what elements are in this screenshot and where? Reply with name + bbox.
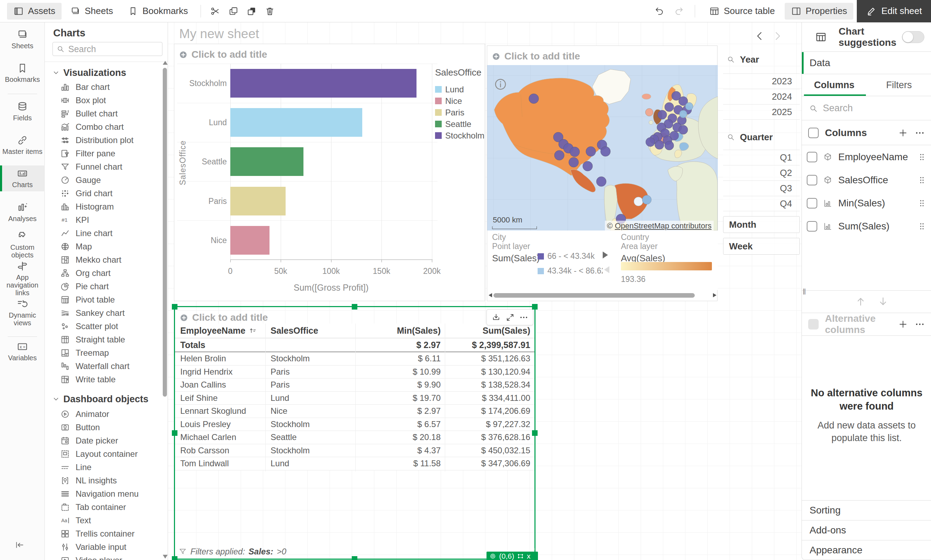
fullscreen-icon[interactable]	[506, 313, 515, 322]
legend-prev-icon[interactable]	[604, 266, 609, 273]
asset-item-funnel-chart[interactable]: Funnel chart	[45, 160, 160, 174]
asset-item-video-player[interactable]: Video player	[45, 554, 160, 560]
property-column-employeename[interactable]: EmployeeName	[802, 146, 931, 169]
resize-handle[interactable]	[352, 304, 358, 309]
column-checkbox[interactable]	[807, 175, 817, 185]
scroll-down-icon[interactable]	[163, 555, 168, 558]
collapse-rail-icon[interactable]	[12, 540, 28, 552]
rail-item-app-navigation-links[interactable]: Appnavigationlinks	[0, 258, 45, 299]
filter-value-2025[interactable]: 2025	[723, 104, 800, 120]
asset-item-text[interactable]: AaText	[45, 514, 160, 527]
columns-select-all-checkbox[interactable]	[808, 128, 818, 138]
drag-handle-icon[interactable]	[917, 175, 926, 185]
info-icon[interactable]	[493, 77, 507, 91]
table-title-placeholder[interactable]: Click to add title	[179, 312, 268, 323]
bar-paris[interactable]	[230, 187, 285, 215]
section-appearance[interactable]: Appearance	[802, 540, 931, 560]
panel-divider[interactable]	[802, 290, 931, 291]
source-table-button[interactable]: Source table	[703, 3, 781, 20]
bar-seattle[interactable]	[230, 147, 304, 176]
paste-button[interactable]	[244, 3, 260, 19]
sheets-tab[interactable]: Sheets	[64, 3, 119, 20]
column-checkbox[interactable]	[807, 152, 817, 162]
asset-item-gauge[interactable]: Gauge	[45, 174, 160, 187]
filter-value-2023[interactable]: 2023	[723, 74, 800, 89]
section-sorting[interactable]: Sorting	[802, 500, 931, 520]
asset-item-layout-container[interactable]: Layout container	[45, 448, 160, 461]
filter-value-q3[interactable]: Q3	[723, 180, 800, 196]
column-header[interactable]: Sum(Sales)	[445, 326, 535, 336]
delete-button[interactable]	[262, 3, 278, 19]
column-header[interactable]: SalesOffice	[265, 326, 355, 336]
asset-item-histogram[interactable]: Histogram	[45, 200, 160, 213]
legend-item-nice[interactable]: Nice	[435, 95, 485, 107]
column-checkbox[interactable]	[807, 221, 817, 232]
alternative-columns-checkbox[interactable]	[808, 319, 818, 329]
rail-item-dynamic-views[interactable]: Dynamicviews	[0, 296, 45, 329]
asset-item-line[interactable]: Line	[45, 461, 160, 474]
column-checkbox[interactable]	[807, 198, 817, 208]
filter-value-q4[interactable]: Q4	[723, 196, 800, 211]
assets-tab[interactable]: Assets	[7, 3, 62, 20]
properties-button[interactable]: Properties	[785, 3, 854, 20]
resize-handle[interactable]	[172, 304, 177, 309]
alternative-more-icon[interactable]	[914, 319, 925, 329]
table-row[interactable]: Leif ShineLund$ 19.70$ 334,411.00	[175, 392, 535, 405]
rail-item-sheets[interactable]: Sheets	[0, 26, 45, 52]
legend-next-icon[interactable]	[603, 251, 608, 258]
redo-button[interactable]	[671, 3, 687, 19]
table-row[interactable]: Louis PresleyStockholm$ 6.57$ 97,227.32	[175, 418, 535, 431]
straight-table-object[interactable]: Click to add title EmployeeNameSalesOffi…	[174, 306, 535, 560]
table-row[interactable]: Ingrid HendrixParis$ 10.99$ 130,120.94	[175, 366, 535, 379]
assets-search[interactable]	[52, 42, 162, 56]
table-row[interactable]: Lennart SkoglundNice$ 2.97$ 174,206.69	[175, 405, 535, 418]
rail-item-variables[interactable]: x =Variables	[0, 338, 45, 365]
asset-item-straight-table[interactable]: Straight table	[45, 333, 160, 346]
drag-handle-icon[interactable]	[917, 221, 926, 232]
rail-item-charts[interactable]: Charts	[0, 165, 45, 191]
property-column-minsales[interactable]: Min(Sales)	[802, 192, 931, 215]
edit-sheet-button[interactable]: Edit sheet	[857, 0, 931, 22]
map-attribution[interactable]: © OpenStreetMap contributors	[605, 221, 714, 231]
bookmarks-tab[interactable]: Bookmarks	[122, 3, 194, 20]
filter-collapsed-week[interactable]: Week	[723, 238, 800, 255]
map-legend-scrollbar[interactable]	[489, 293, 717, 298]
download-icon[interactable]	[492, 313, 501, 322]
legend-item-paris[interactable]: Paris	[435, 107, 485, 118]
asset-item-date-picker[interactable]: Date picker	[45, 434, 160, 448]
asset-item-map[interactable]: Map	[45, 240, 160, 253]
next-sheet-icon[interactable]	[771, 30, 783, 42]
rail-item-fields[interactable]: Fields	[0, 98, 45, 125]
filter-header-quarter[interactable]: Quarter	[723, 129, 800, 145]
scroll-right-icon[interactable]	[713, 293, 717, 297]
columns-more-icon[interactable]	[914, 128, 925, 138]
legend-item-seattle[interactable]: Seattle	[435, 118, 485, 130]
asset-item-tab-container[interactable]: Tab container	[45, 500, 160, 514]
asset-item-combo-chart[interactable]: Combo chart	[45, 120, 160, 134]
column-header[interactable]: Min(Sales)	[355, 326, 445, 336]
chart-suggestions-toggle[interactable]	[902, 31, 924, 43]
bar-lund[interactable]	[230, 108, 362, 137]
asset-item-trellis-container[interactable]: Trellis container	[45, 527, 160, 540]
asset-item-write-table[interactable]: Write table	[45, 373, 160, 386]
columns-search-input[interactable]	[823, 103, 910, 114]
asset-item-treemap[interactable]: Treemap	[45, 346, 160, 360]
resize-handle[interactable]	[172, 430, 177, 436]
filter-value-q1[interactable]: Q1	[723, 150, 800, 165]
asset-item-kpi[interactable]: #1KPI	[45, 213, 160, 227]
divider-drag-handle[interactable]: ‖	[803, 287, 806, 297]
move-down-icon[interactable]	[877, 295, 889, 308]
asset-item-scatter-plot[interactable]: Scatter plot	[45, 320, 160, 333]
asset-item-navigation-menu[interactable]: Navigation menu	[45, 487, 160, 500]
asset-item-pivot-table[interactable]: Pivot table	[45, 293, 160, 306]
tab-filters[interactable]: Filters	[866, 80, 931, 91]
filter-collapsed-month[interactable]: Month	[723, 216, 800, 233]
more-options-icon[interactable]	[519, 313, 529, 322]
bar-nice[interactable]	[230, 226, 270, 255]
map-title-placeholder[interactable]: Click to add title	[492, 51, 580, 62]
scroll-up-icon[interactable]	[163, 61, 168, 65]
table-row[interactable]: Tom LindwallLund$ 11.58$ 347,306.69	[175, 457, 535, 471]
move-up-icon[interactable]	[854, 295, 867, 308]
map-object[interactable]: Click to add title	[487, 45, 717, 301]
cut-button[interactable]	[207, 3, 223, 19]
